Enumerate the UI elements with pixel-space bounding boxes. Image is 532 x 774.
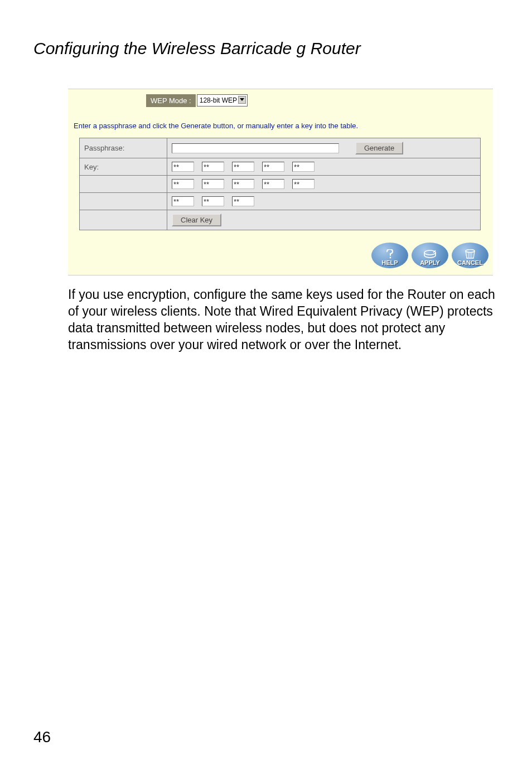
wep-mode-select[interactable]: 128-bit WEP xyxy=(197,94,248,107)
apply-button[interactable]: APPLY xyxy=(412,243,448,268)
help-icon xyxy=(384,249,396,259)
page-title: Configuring the Wireless Barricade g Rou… xyxy=(33,39,499,58)
config-screenshot: WEP Mode : 128-bit WEP Enter a passphras… xyxy=(68,89,493,275)
key-input[interactable] xyxy=(292,179,315,189)
key-input[interactable] xyxy=(232,196,254,206)
key-input[interactable] xyxy=(262,162,284,172)
key-input[interactable] xyxy=(172,162,194,172)
cancel-button[interactable]: CANCEL xyxy=(452,243,489,268)
svg-point-0 xyxy=(390,257,391,259)
key-table: Passphrase: Generate Key: xyxy=(79,138,481,230)
key-label: Key: xyxy=(80,158,167,176)
key-row-1 xyxy=(172,162,476,172)
trash-icon xyxy=(463,249,477,259)
instruction-text: Enter a passphrase and click the Generat… xyxy=(68,112,493,138)
wep-mode-row: WEP Mode : 128-bit WEP xyxy=(68,89,493,112)
help-button[interactable]: HELP xyxy=(371,243,408,268)
passphrase-label: Passphrase: xyxy=(80,138,167,158)
wep-mode-label: WEP Mode : xyxy=(146,94,196,107)
chevron-down-icon xyxy=(240,98,244,101)
svg-point-2 xyxy=(466,250,475,253)
key-input[interactable] xyxy=(292,162,315,172)
key-input[interactable] xyxy=(232,162,254,172)
key-input[interactable] xyxy=(232,179,254,189)
key-input[interactable] xyxy=(172,179,194,189)
key-input[interactable] xyxy=(202,196,224,206)
help-label: HELP xyxy=(381,259,398,267)
generate-button[interactable]: Generate xyxy=(355,142,403,154)
key-input[interactable] xyxy=(202,179,224,189)
apply-label: APPLY xyxy=(420,259,440,267)
key-row-2 xyxy=(172,179,476,189)
clear-key-button[interactable]: Clear Key xyxy=(172,214,221,226)
passphrase-input[interactable] xyxy=(172,143,339,153)
key-input[interactable] xyxy=(202,162,224,172)
key-row-3 xyxy=(172,196,476,206)
cancel-label: CANCEL xyxy=(457,259,483,267)
footer-buttons: HELP APPLY CANCEL xyxy=(68,230,493,275)
page-number: 46 xyxy=(33,728,51,746)
key-input[interactable] xyxy=(262,179,284,189)
body-paragraph: If you use encryption, configure the sam… xyxy=(68,287,497,354)
wep-mode-value: 128-bit WEP xyxy=(200,96,237,104)
key-input[interactable] xyxy=(172,196,194,206)
disk-icon xyxy=(423,249,437,259)
